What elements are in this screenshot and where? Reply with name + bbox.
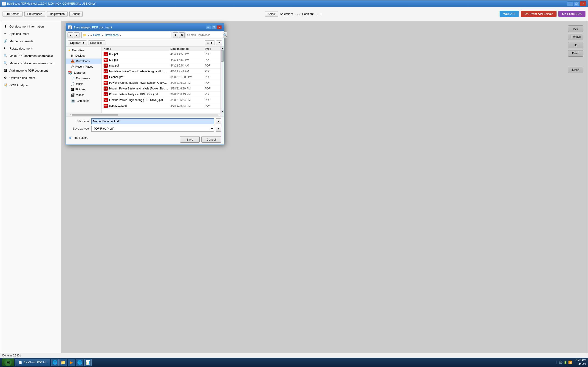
- file-name: Power System Analysis ( PDFDrive ).pdf: [109, 93, 170, 96]
- libraries-header: 📚 Libraries: [66, 69, 102, 76]
- file-row[interactable]: PDF gupta2014.pdf 3/28/21 5:43 PM PDF: [102, 103, 221, 109]
- left-item-documents[interactable]: 📄 Documents: [66, 76, 102, 81]
- left-item-recent[interactable]: ⏱ Recent Places: [66, 64, 102, 69]
- view-options-button[interactable]: ☰ ▼: [205, 40, 215, 45]
- file-name: Electric Power Engineering ( PDFDrive ).…: [109, 98, 170, 102]
- desktop: 📄 ByteScout PDF Multitool v12.0.4.4106 (…: [0, 0, 588, 367]
- dialog-file-toolbar: Organize ▼ New folder ☰ ▼ ?: [66, 39, 224, 47]
- savetype-dropdown-button[interactable]: ▼: [216, 126, 221, 132]
- organize-button[interactable]: Organize ▼: [68, 40, 87, 45]
- filename-dropdown-button[interactable]: ▼: [216, 118, 221, 124]
- sidebar: ℹ Get document information ✂ Split docum…: [0, 21, 61, 358]
- file-type: PDF: [205, 58, 219, 61]
- sidebar-item-make-unsearchable[interactable]: 🔍 Make PDF document unsearcha...: [0, 59, 61, 67]
- webapi-button[interactable]: Web API: [500, 11, 519, 17]
- nav-downloads[interactable]: Downloads: [105, 33, 119, 37]
- pdf-icon: PDF: [104, 98, 108, 102]
- sidebar-item-split[interactable]: ✂ Split document: [0, 30, 61, 37]
- nav-back-button[interactable]: ◄: [68, 32, 73, 38]
- left-item-label: Pictures: [75, 88, 85, 91]
- select-button[interactable]: Select: [265, 11, 278, 17]
- sidebar-item-add-image[interactable]: 🖼 Add image to PDF document: [0, 67, 61, 74]
- sidebar-item-optimize[interactable]: ⚙ Optimize document: [0, 74, 61, 81]
- help-button[interactable]: ?: [216, 40, 222, 45]
- file-row[interactable]: PDF D 2.pdf 4/8/21 4:53 PM PDF: [102, 51, 221, 57]
- nav-home[interactable]: Home: [93, 33, 101, 37]
- file-date: 3/28/21 6:19 PM: [170, 93, 205, 96]
- taskbar-folder-button[interactable]: 📁: [60, 359, 67, 366]
- videos-icon: 🎬: [71, 93, 75, 97]
- file-row[interactable]: PDF ModelPredictiveControlSystemDesignan…: [102, 69, 221, 74]
- new-folder-button[interactable]: New folder: [88, 40, 105, 45]
- dialog-restore-button[interactable]: ❐: [211, 25, 216, 29]
- hide-folders-toggle[interactable]: ◉ Hide Folders: [69, 135, 88, 140]
- scroll-down-button[interactable]: ▼: [221, 110, 224, 113]
- taskbar-app-icon: 📄: [18, 360, 22, 365]
- dialog-close-button[interactable]: ✕: [217, 25, 222, 29]
- file-row[interactable]: PDF D 1.pdf 4/8/21 4:52 PM PDF: [102, 57, 221, 63]
- filename-input[interactable]: [91, 118, 214, 124]
- ocr-icon: 📝: [3, 83, 8, 87]
- taskbar-item-bytescout[interactable]: 📄 ByteScout PDF M...: [15, 359, 50, 366]
- sidebar-item-label: Split document: [9, 32, 29, 35]
- scroll-up-button[interactable]: ▲: [221, 47, 224, 50]
- sidebar-item-get-info[interactable]: ℹ Get document information: [0, 23, 61, 30]
- h-scroll-right-button[interactable]: ►: [218, 114, 221, 116]
- file-list-header: Name Date modified Type: [102, 47, 221, 51]
- file-list-container: Name Date modified Type PDF D 2.pdf 4/8/…: [102, 47, 224, 113]
- sidebar-item-merge[interactable]: 🔗 Merge documents: [0, 37, 61, 45]
- minimize-button[interactable]: ─: [567, 1, 573, 6]
- file-row[interactable]: PDF License.pdf 3/28/21 10:06 PM PDF: [102, 74, 221, 80]
- downloads-icon: 📥: [71, 59, 75, 63]
- h-scroll-thumb[interactable]: [72, 114, 118, 116]
- scroll-thumb[interactable]: [221, 50, 224, 62]
- dialog-title: Save merged PDF document: [73, 26, 112, 29]
- search-button[interactable]: 🔍: [223, 32, 227, 38]
- file-row[interactable]: PDF Power System Analysis Power System A…: [102, 80, 221, 86]
- file-date: 3/28/21 6:20 PM: [170, 87, 205, 90]
- left-item-computer[interactable]: 💻 Computer: [66, 98, 102, 104]
- taskbar-right: 🔊 🔋 📶 5:46 PM 4/8/21: [556, 359, 586, 366]
- onprem-server-button[interactable]: On-Prem API Server: [521, 11, 556, 17]
- sidebar-item-rotate[interactable]: ↻ Rotate document: [0, 45, 61, 52]
- nav-refresh-button[interactable]: ↻: [179, 32, 185, 38]
- nav-forward-button[interactable]: ►: [74, 32, 79, 38]
- taskbar-chrome-button[interactable]: 🌐: [76, 359, 83, 366]
- preferences-button[interactable]: Preferences: [24, 11, 45, 17]
- file-row[interactable]: PDF mpc.pdf 4/4/21 7:54 AM PDF: [102, 63, 221, 69]
- file-row[interactable]: PDF Power System Analysis ( PDFDrive ).p…: [102, 92, 221, 97]
- sidebar-item-label: Make PDF document searchable: [9, 54, 53, 58]
- left-item-music[interactable]: 🎵 Music: [66, 81, 102, 87]
- close-button[interactable]: ✕: [580, 1, 586, 6]
- left-item-downloads[interactable]: 📥 Downloads: [66, 58, 102, 64]
- taskbar-media-button[interactable]: ▶: [68, 359, 75, 366]
- left-item-desktop[interactable]: 🖥 Desktop: [66, 53, 102, 58]
- left-item-pictures[interactable]: 🖼 Pictures: [66, 87, 102, 92]
- vertical-scrollbar[interactable]: ▲ ▼: [221, 47, 224, 113]
- file-type: PDF: [205, 64, 219, 67]
- sidebar-item-make-searchable[interactable]: 🔍 Make PDF document searchable: [0, 52, 61, 59]
- about-button[interactable]: About: [69, 11, 82, 17]
- start-button[interactable]: ⊞: [2, 359, 14, 366]
- file-row[interactable]: PDF Modern Power Systems Analysis (Power…: [102, 86, 221, 92]
- savetype-select[interactable]: PDF Files (*.pdf): [91, 126, 214, 132]
- left-item-videos[interactable]: 🎬 Videos: [66, 92, 102, 98]
- selection-label: Selection:: [280, 12, 293, 16]
- h-scroll-left-button[interactable]: ◄: [69, 114, 72, 116]
- pdf-icon: PDF: [104, 92, 108, 96]
- restore-button[interactable]: ❐: [573, 1, 579, 6]
- taskbar-excel-button[interactable]: 📊: [84, 359, 92, 366]
- file-row[interactable]: PDF Electric Power Engineering ( PDFDriv…: [102, 97, 221, 103]
- search-input[interactable]: [186, 33, 223, 37]
- save-button[interactable]: Save: [180, 136, 199, 143]
- registration-button[interactable]: Registration: [47, 11, 68, 17]
- fullscreen-button[interactable]: Full Screen: [2, 11, 23, 17]
- cancel-button[interactable]: Cancel: [201, 136, 221, 143]
- nav-dropdown-button[interactable]: ▼: [173, 32, 178, 38]
- taskbar-ie-button[interactable]: 🌐: [51, 359, 59, 366]
- file-type: PDF: [205, 75, 219, 79]
- onprem-sdk-button[interactable]: On-Prem SDK: [558, 11, 586, 17]
- sidebar-item-ocr[interactable]: 📝 OCR Analyzer: [0, 81, 61, 89]
- dialog-minimize-button[interactable]: ─: [206, 25, 211, 29]
- savetype-row: Save as type: PDF Files (*.pdf) ▼: [69, 126, 221, 132]
